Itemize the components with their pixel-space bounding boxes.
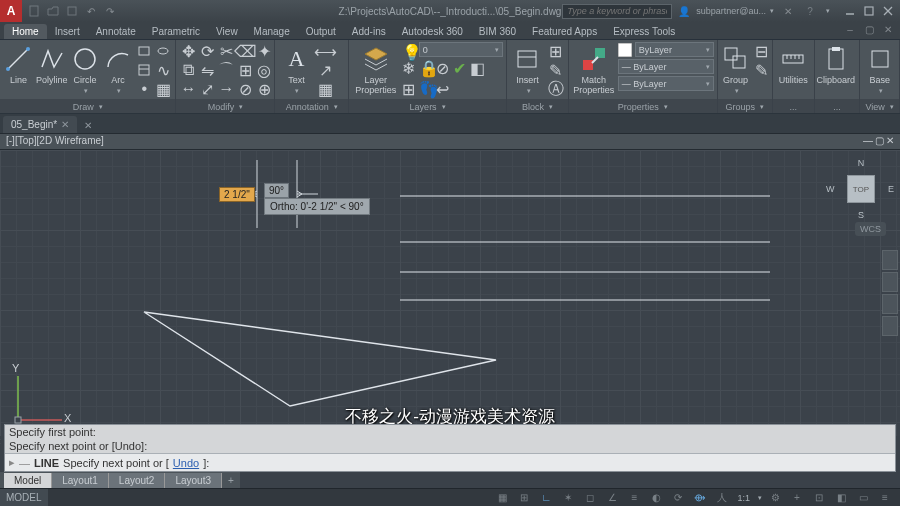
line-tool[interactable]: Line bbox=[3, 42, 34, 85]
layout-tab-3[interactable]: Layout3 bbox=[165, 473, 222, 488]
layout-add-icon[interactable]: + bbox=[222, 475, 240, 486]
transparency-toggle-icon[interactable]: ◐ bbox=[647, 490, 665, 506]
command-window[interactable]: ✕ Specify first point: Specify next poin… bbox=[4, 424, 896, 472]
match-properties-tool[interactable]: Match Properties bbox=[572, 42, 616, 96]
hatch-icon[interactable] bbox=[135, 61, 153, 79]
table-icon[interactable]: ▦ bbox=[316, 80, 334, 98]
add-tab-icon[interactable]: ✕ bbox=[79, 117, 97, 133]
erase-icon[interactable]: ⌫ bbox=[236, 42, 254, 60]
cycling-icon[interactable]: ⟳ bbox=[669, 490, 687, 506]
autocad-logo-icon[interactable]: A bbox=[0, 0, 22, 22]
text-tool[interactable]: A Text▾ bbox=[278, 42, 314, 95]
layout-tab-1[interactable]: Layout1 bbox=[52, 473, 109, 488]
dimension-icon[interactable]: ⟷ bbox=[316, 42, 334, 60]
tab-annotate[interactable]: Annotate bbox=[88, 24, 144, 39]
customize-icon[interactable]: ≡ bbox=[876, 490, 894, 506]
doc-restore-icon[interactable]: ▢ bbox=[861, 21, 877, 37]
tab-bim360[interactable]: BIM 360 bbox=[471, 24, 524, 39]
polyline-tool[interactable]: Polyline bbox=[36, 42, 68, 85]
grid-toggle-icon[interactable]: ▦ bbox=[493, 490, 511, 506]
ortho-toggle-icon[interactable]: ∟ bbox=[537, 490, 555, 506]
ellipse-icon[interactable] bbox=[154, 42, 172, 60]
hardware-accel-icon[interactable]: ⊡ bbox=[810, 490, 828, 506]
color-combo[interactable]: ByLayer▾ bbox=[635, 42, 714, 57]
viewcube[interactable]: N S E W TOP bbox=[834, 162, 888, 216]
move-icon[interactable]: ✥ bbox=[179, 42, 197, 60]
status-mode[interactable]: MODEL bbox=[0, 489, 48, 506]
nav-zoom-icon[interactable] bbox=[882, 294, 898, 314]
lineweight-toggle-icon[interactable]: ≡ bbox=[625, 490, 643, 506]
vp-close-icon[interactable]: ✕ bbox=[886, 135, 894, 148]
region-icon[interactable]: ▦ bbox=[154, 80, 172, 98]
new-icon[interactable] bbox=[26, 3, 42, 19]
tab-insert[interactable]: Insert bbox=[47, 24, 88, 39]
base-view-tool[interactable]: Base▾ bbox=[863, 42, 896, 95]
insert-block-tool[interactable]: Insert▾ bbox=[510, 42, 544, 95]
tab-parametric[interactable]: Parametric bbox=[144, 24, 208, 39]
open-icon[interactable] bbox=[45, 3, 61, 19]
edit-block-icon[interactable]: ✎ bbox=[547, 61, 565, 79]
viewport[interactable]: 2 1/2" 90° Ortho: 0'-2 1/2" < 90° N S E … bbox=[0, 150, 900, 436]
spline-icon[interactable]: ∿ bbox=[154, 61, 172, 79]
leader-icon[interactable]: ↗ bbox=[316, 61, 334, 79]
layout-tab-model[interactable]: Model bbox=[4, 473, 52, 488]
layer-lock-icon[interactable]: 🔒 bbox=[419, 59, 435, 78]
trim-icon[interactable]: ✂ bbox=[217, 42, 235, 60]
doc-close-icon[interactable]: ✕ bbox=[880, 21, 896, 37]
tab-home[interactable]: Home bbox=[4, 24, 47, 39]
cmd-close-icon[interactable]: ✕ bbox=[0, 437, 4, 447]
copy-icon[interactable]: ⧉ bbox=[179, 61, 197, 79]
color-swatch-icon[interactable] bbox=[618, 43, 632, 57]
join-icon[interactable]: ⊕ bbox=[255, 80, 273, 98]
viewcube-top-face[interactable]: TOP bbox=[847, 175, 875, 203]
clean-screen-icon[interactable]: ▭ bbox=[854, 490, 872, 506]
layout-tab-2[interactable]: Layout2 bbox=[109, 473, 166, 488]
clipboard-tool[interactable]: Clipboard bbox=[818, 42, 854, 85]
group-edit-icon[interactable]: ✎ bbox=[753, 61, 771, 79]
arc-tool[interactable]: Arc▾ bbox=[102, 42, 133, 95]
redo-icon[interactable]: ↷ bbox=[102, 3, 118, 19]
tab-view[interactable]: View bbox=[208, 24, 246, 39]
attr-icon[interactable]: Ⓐ bbox=[547, 80, 565, 98]
annotation-monitor-icon[interactable]: + bbox=[788, 490, 806, 506]
layer-walk-icon[interactable]: 👣 bbox=[419, 80, 435, 99]
wcs-badge[interactable]: WCS bbox=[855, 222, 886, 236]
cmd-undo-link[interactable]: Undo bbox=[173, 457, 199, 469]
bulb-icon[interactable]: 💡 bbox=[402, 43, 416, 57]
layer-state-icon[interactable]: ⊞ bbox=[402, 80, 418, 99]
ungroup-icon[interactable]: ⊟ bbox=[753, 42, 771, 60]
mirror-icon[interactable]: ⇋ bbox=[198, 61, 216, 79]
create-block-icon[interactable]: ⊞ bbox=[547, 42, 565, 60]
scale-icon[interactable]: ⤢ bbox=[198, 80, 216, 98]
explode-icon[interactable]: ✦ bbox=[255, 42, 273, 60]
user-chip[interactable]: subpartner@au...▾ bbox=[696, 6, 774, 16]
snap-toggle-icon[interactable]: ⊞ bbox=[515, 490, 533, 506]
array-icon[interactable]: ⊞ bbox=[236, 61, 254, 79]
otrack-toggle-icon[interactable]: ∠ bbox=[603, 490, 621, 506]
isolate-icon[interactable]: ◧ bbox=[832, 490, 850, 506]
tab-addins[interactable]: Add-ins bbox=[344, 24, 394, 39]
nav-pan-icon[interactable] bbox=[882, 272, 898, 292]
stretch-icon[interactable]: ↔ bbox=[179, 80, 197, 98]
rect-icon[interactable] bbox=[135, 42, 153, 60]
tab-featured[interactable]: Featured Apps bbox=[524, 24, 605, 39]
layer-iso-icon[interactable]: ◧ bbox=[470, 59, 486, 78]
group-tool[interactable]: Group▾ bbox=[721, 42, 751, 95]
lineweight-combo[interactable]: — ByLayer▾ bbox=[618, 59, 714, 74]
vp-min-icon[interactable]: — bbox=[863, 135, 873, 148]
circle-tool[interactable]: Circle▾ bbox=[69, 42, 100, 95]
command-line[interactable]: ▸ — LINE Specify next point or [Undo]: bbox=[5, 453, 895, 471]
layer-combo[interactable]: 0▾ bbox=[419, 42, 504, 57]
utilities-tool[interactable]: Utilities bbox=[776, 42, 811, 85]
nav-orbit-icon[interactable] bbox=[882, 316, 898, 336]
tab-a360[interactable]: Autodesk 360 bbox=[394, 24, 471, 39]
annot-icon[interactable]: ⟴ bbox=[691, 490, 709, 506]
polar-toggle-icon[interactable]: ✶ bbox=[559, 490, 577, 506]
workspace-icon[interactable]: ⚙ bbox=[766, 490, 784, 506]
layer-properties-tool[interactable]: Layer Properties bbox=[352, 42, 400, 96]
osnap-toggle-icon[interactable]: ◻ bbox=[581, 490, 599, 506]
file-tab[interactable]: 05_Begin*✕ bbox=[3, 116, 77, 133]
nav-wheel-icon[interactable] bbox=[882, 250, 898, 270]
tab-express[interactable]: Express Tools bbox=[605, 24, 683, 39]
minimize-icon[interactable] bbox=[842, 4, 858, 18]
